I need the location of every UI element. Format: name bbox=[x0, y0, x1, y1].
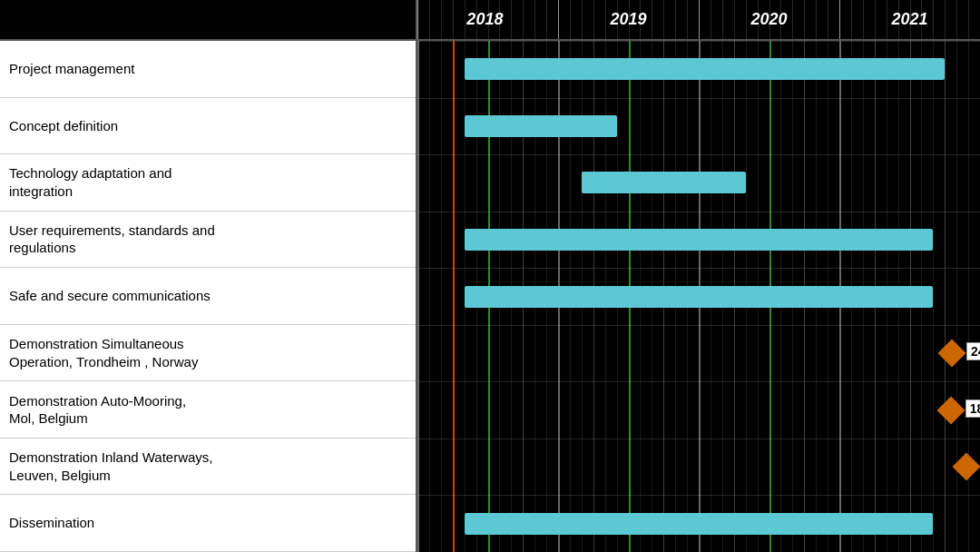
header-tick bbox=[828, 0, 828, 39]
header-tick bbox=[523, 0, 524, 39]
header-tick bbox=[699, 0, 700, 39]
header-tick bbox=[851, 0, 852, 39]
header-tick bbox=[780, 0, 781, 39]
task-row-9: Dissemination bbox=[0, 495, 416, 552]
header-tick bbox=[582, 0, 583, 39]
header-tick bbox=[769, 0, 770, 39]
orange-v-line bbox=[453, 41, 455, 552]
header-tick bbox=[593, 0, 594, 39]
v-grid-line bbox=[441, 41, 442, 552]
header-tick bbox=[441, 0, 442, 39]
header-tick bbox=[910, 0, 911, 39]
gantt-chart: 2018201920202021 Project managementConce… bbox=[0, 0, 980, 552]
header-tick bbox=[663, 0, 664, 39]
header-tick bbox=[687, 0, 688, 39]
header-tick bbox=[792, 0, 793, 39]
diamond-icon bbox=[936, 396, 965, 424]
header-tick bbox=[511, 0, 512, 39]
header-tick bbox=[898, 0, 899, 39]
gantt-bar-row-4 bbox=[465, 229, 934, 251]
header-tick bbox=[465, 0, 466, 39]
header-tick bbox=[534, 0, 535, 39]
task-row-6: Demonstration Simultaneous Operation, Tr… bbox=[0, 325, 416, 382]
header-tick bbox=[921, 0, 922, 39]
header-tick bbox=[417, 0, 418, 39]
gantt-bar-row-5 bbox=[465, 286, 934, 308]
task-row-8: Demonstration Inland Waterways, Leuven, … bbox=[0, 439, 416, 496]
v-grid-line bbox=[429, 41, 430, 552]
header-tick bbox=[476, 0, 477, 39]
year-label-2018: 2018 bbox=[466, 10, 503, 29]
task-list: Project managementConcept definitionTech… bbox=[0, 41, 417, 552]
h-grid-line bbox=[417, 268, 980, 269]
milestone-label: 18/02 bbox=[965, 399, 980, 418]
header-tick bbox=[734, 0, 735, 39]
header-tick bbox=[629, 0, 630, 39]
h-grid-line bbox=[417, 212, 980, 212]
header-tick bbox=[640, 0, 641, 39]
timeline-header: 2018201920202021 bbox=[417, 0, 980, 39]
gantt-bar-row-1 bbox=[465, 58, 946, 80]
header-tick bbox=[804, 0, 805, 39]
task-row-4: User requirements, standards and regulat… bbox=[0, 212, 416, 269]
task-row-7: Demonstration Auto-Mooring, Mol, Belgium bbox=[0, 381, 416, 439]
task-row-5: Safe and secure communications bbox=[0, 268, 416, 325]
gantt-bar-row-2 bbox=[465, 115, 617, 137]
gantt-bar-row-3 bbox=[582, 172, 746, 193]
header-tick bbox=[429, 0, 430, 39]
header-tick bbox=[710, 0, 711, 39]
header-tick bbox=[968, 0, 969, 39]
header-tick bbox=[839, 0, 840, 39]
v-grid-line bbox=[417, 41, 419, 552]
h-grid-line bbox=[417, 439, 980, 439]
header-tick bbox=[499, 0, 500, 39]
header-tick bbox=[605, 0, 606, 39]
timeline-area: 24/0218/0224/11 bbox=[417, 41, 980, 552]
header-tick bbox=[488, 0, 489, 39]
diamond-icon bbox=[937, 339, 965, 367]
h-grid-line bbox=[417, 154, 980, 155]
gantt-bar-row-9 bbox=[465, 513, 934, 535]
header-tick bbox=[933, 0, 934, 39]
header-tick bbox=[546, 0, 547, 39]
task-name-header bbox=[0, 0, 417, 39]
gantt-body: Project managementConcept definitionTech… bbox=[0, 41, 980, 552]
h-grid-line bbox=[417, 41, 980, 42]
header-tick bbox=[617, 0, 618, 39]
header-tick bbox=[863, 0, 864, 39]
v-grid-line bbox=[956, 41, 957, 552]
header-tick bbox=[570, 0, 571, 39]
v-grid-line bbox=[933, 41, 934, 552]
task-row-2: Concept definition bbox=[0, 98, 416, 155]
header-tick bbox=[887, 0, 887, 39]
header-tick bbox=[722, 0, 723, 39]
h-grid-line bbox=[417, 381, 980, 382]
header-tick bbox=[956, 0, 957, 39]
header-tick bbox=[453, 0, 454, 39]
header-tick bbox=[558, 0, 559, 39]
task-row-3: Technology adaptation and integration bbox=[0, 154, 416, 212]
header-tick bbox=[758, 0, 759, 39]
h-grid-line bbox=[417, 98, 980, 99]
header-tick bbox=[945, 0, 946, 39]
h-grid-line bbox=[417, 495, 980, 496]
gantt-header: 2018201920202021 bbox=[0, 0, 980, 41]
header-tick bbox=[875, 0, 876, 39]
header-tick bbox=[816, 0, 817, 39]
task-row-1: Project management bbox=[0, 41, 416, 98]
h-grid-line bbox=[417, 325, 980, 326]
milestone-label: 24/02 bbox=[966, 342, 980, 360]
v-grid-line bbox=[945, 41, 946, 552]
header-tick bbox=[746, 0, 747, 39]
header-tick bbox=[675, 0, 676, 39]
header-tick bbox=[652, 0, 652, 39]
